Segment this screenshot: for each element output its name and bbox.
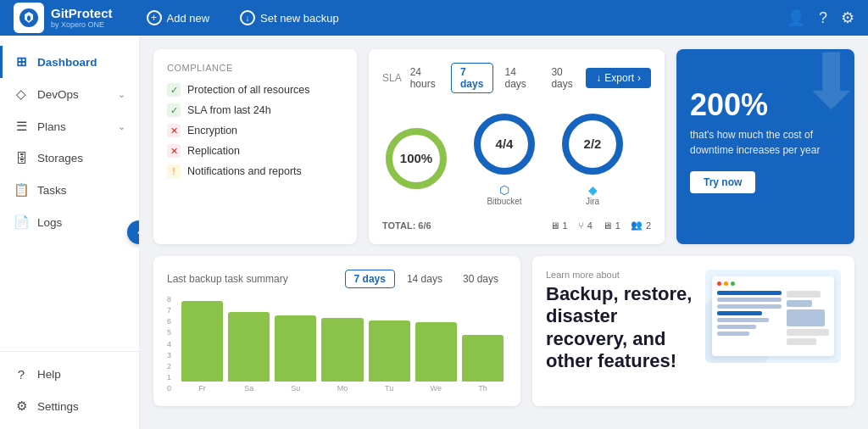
compliance-status-icon: ✕ [167, 144, 181, 158]
compliance-status-icon: ✓ [167, 83, 181, 97]
compliance-item-label: Protection of all resources [187, 84, 310, 96]
learn-heading: Backup, restore, disaster recovery, and … [546, 283, 697, 373]
chart-y-label: 5 [167, 328, 171, 337]
add-icon: + [147, 10, 162, 25]
bar [321, 318, 363, 382]
navbar-right: 👤 ? ⚙ [787, 8, 854, 27]
backup-time-tabs: 7 days14 days30 days [345, 270, 507, 288]
sidebar-collapse-button[interactable]: ‹ [127, 220, 140, 244]
compliance-item-label: Replication [187, 145, 240, 157]
learn-subtitle: Learn more about [546, 270, 697, 280]
main-donut-wrap: 100% [382, 125, 450, 192]
chart-bars-area: Fr Sa Su Mo Tu We Th [178, 295, 507, 393]
bar [181, 301, 223, 382]
sidebar-item-tasks[interactable]: 📋 Tasks [0, 174, 139, 206]
jira-icon: ◆ [588, 183, 598, 197]
compliance-card: Compliance ✓ Protection of all resources… [153, 49, 357, 244]
export-button[interactable]: ↓ Export › [586, 68, 651, 88]
brand-name: GitProtect [51, 7, 113, 21]
sla-header: SLA 24 hours7 days14 days30 days ↓ Expor… [382, 63, 651, 93]
settings-gear-icon: ⚙ [14, 398, 29, 414]
backup-tab-7-days[interactable]: 7 days [345, 270, 395, 288]
sidebar-dashboard-label: Dashboard [37, 56, 97, 69]
backup-icon: ↓ [240, 10, 255, 25]
kb-content [717, 291, 829, 348]
compliance-list-item: ! Notifications and reports [167, 164, 343, 178]
bitbucket-label: Bitbucket [487, 197, 521, 206]
logo-icon [14, 3, 44, 33]
chevron-down-icon: ⌄ [118, 89, 125, 100]
jira-donut-label: 2/2 [584, 136, 602, 152]
sidebar-bottom: ? Help ⚙ Settings [0, 351, 139, 429]
bar-column: Su [275, 315, 316, 393]
compliance-status-icon: ! [167, 164, 181, 178]
kb-dot-red [717, 281, 721, 286]
logs-sidebar-icon: 📄 [14, 214, 29, 230]
chart-y-axis: 876543210 [167, 295, 175, 393]
account-icon[interactable]: ⚙ [841, 8, 854, 27]
backup-chart: 876543210 Fr Sa Su Mo Tu We Th [167, 295, 507, 393]
set-backup-button[interactable]: ↓ Set new backup [233, 7, 346, 29]
sidebar-main-items: ⊞ Dashboard ◇ DevOps ⌄ ☰ Plans ⌄ 🗄 Stora… [0, 46, 139, 238]
bar-column: We [415, 322, 457, 393]
jira-donut-wrap: 2/2 [559, 110, 626, 178]
sla-tab-14-days[interactable]: 14 days [497, 64, 540, 92]
kb-right-content [787, 291, 829, 348]
sidebar-item-devops[interactable]: ◇ DevOps ⌄ [0, 78, 139, 110]
sla-tab-24-hours[interactable]: 24 hours [402, 64, 448, 92]
chart-bars: Fr Sa Su Mo Tu We Th [178, 295, 507, 393]
main-donut-label: 100% [400, 151, 432, 166]
sidebar-logs-label: Logs [37, 216, 62, 229]
promo-try-button[interactable]: Try now [690, 171, 755, 193]
sidebar-item-dashboard[interactable]: ⊞ Dashboard [0, 46, 139, 78]
chart-y-label: 7 [167, 306, 171, 315]
bar-column: Mo [321, 318, 363, 393]
bar [415, 322, 457, 382]
sla-card: SLA 24 hours7 days14 days30 days ↓ Expor… [369, 49, 665, 244]
sla-total: TOTAL: 6/6 [382, 220, 431, 231]
plans-sidebar-icon: ☰ [14, 119, 29, 134]
sidebar-item-logs[interactable]: 📄 Logs [0, 206, 139, 238]
backup-title: Last backup task summary [167, 273, 288, 285]
sla-tab-7-days[interactable]: 7 days [451, 63, 492, 93]
backup-tab-14-days[interactable]: 14 days [398, 270, 451, 287]
bar [228, 312, 270, 382]
backup-tab-30-days[interactable]: 30 days [454, 270, 507, 287]
user-avatar-icon[interactable]: 👤 [787, 8, 805, 27]
sidebar-plans-label: Plans [37, 120, 66, 133]
bar [462, 335, 504, 382]
storages-sidebar-icon: 🗄 [14, 151, 29, 165]
add-new-label: Add new [167, 12, 210, 25]
sidebar-tasks-label: Tasks [37, 184, 67, 197]
compliance-list-item: ✓ SLA from last 24h [167, 103, 343, 117]
bar-day-label: Mo [337, 384, 348, 393]
compliance-item-label: Encryption [187, 125, 237, 136]
learn-image [705, 270, 841, 363]
add-new-button[interactable]: + Add new [140, 7, 217, 29]
compliance-list-item: ✕ Encryption [167, 124, 343, 137]
sla-charts: 100% 4/4 [382, 103, 651, 213]
sla-tab-30-days[interactable]: 30 days [542, 64, 586, 92]
chart-y-label: 3 [167, 351, 171, 359]
chart-y-label: 2 [167, 362, 171, 370]
sidebar-item-plans[interactable]: ☰ Plans ⌄ [0, 110, 139, 142]
users-icon: 👥 [631, 220, 643, 231]
sidebar-item-settings[interactable]: ⚙ Settings [0, 390, 139, 422]
navbar: GitProtect by Xopero ONE + Add new ↓ Set… [0, 0, 868, 36]
monitor-icon: 🖥 [550, 220, 559, 231]
brand-subtitle: by Xopero ONE [51, 20, 113, 29]
compliance-title: Compliance [167, 63, 343, 73]
export-label: Export [604, 72, 634, 84]
sla-footer: TOTAL: 6/6 🖥 1 ⑂ 4 🖥 1 [382, 220, 651, 231]
row-2: Last backup task summary 7 days14 days30… [153, 256, 854, 406]
bar-day-label: We [431, 384, 442, 393]
sidebar-item-storages[interactable]: 🗄 Storages [0, 142, 139, 174]
compliance-list-item: ✓ Protection of all resources [167, 83, 343, 97]
chart-y-label: 4 [167, 340, 171, 348]
sidebar-item-help[interactable]: ? Help [0, 359, 139, 390]
compliance-items: ✓ Protection of all resources ✓ SLA from… [167, 83, 343, 178]
promo-card: ⬇ 200% that's how much the cost of downt… [676, 49, 854, 244]
layout: ⊞ Dashboard ◇ DevOps ⌄ ☰ Plans ⌄ 🗄 Stora… [0, 36, 868, 429]
bar-column: Th [462, 335, 504, 393]
help-icon[interactable]: ? [819, 9, 827, 27]
